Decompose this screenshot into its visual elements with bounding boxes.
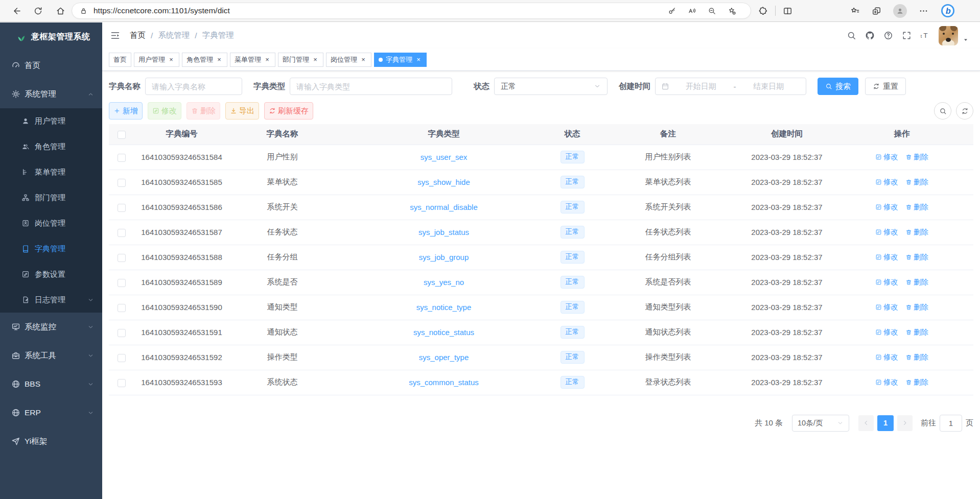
page-size-select[interactable]: 10条/页 [792,415,849,432]
sidebar-item-user[interactable]: 用户管理 [0,108,102,134]
edit-row-link[interactable]: 修改 [875,227,898,237]
delete-row-link[interactable]: 删除 [905,177,928,187]
reset-button[interactable]: 重置 [865,78,906,95]
back-icon[interactable] [12,6,22,16]
close-tab-icon[interactable]: × [312,56,319,63]
current-page-button[interactable]: 1 [877,415,894,431]
browser-profile-button[interactable] [893,4,907,18]
delete-row-link[interactable]: 删除 [905,352,928,362]
goto-page-input[interactable] [940,415,962,432]
delete-row-link[interactable]: 删除 [905,277,928,287]
row-checkbox[interactable] [118,179,126,187]
search-button[interactable]: 搜索 [818,78,858,95]
edit-row-link[interactable]: 修改 [875,177,898,187]
sidebar-item-menu[interactable]: 菜单管理 [0,159,102,185]
sidebar-item-role[interactable]: 角色管理 [0,134,102,159]
edit-row-link[interactable]: 修改 [875,327,898,337]
tab-部门管理[interactable]: 部门管理× [278,53,323,67]
tab-角色管理[interactable]: 角色管理× [182,53,227,67]
edit-row-link[interactable]: 修改 [875,152,898,162]
delete-row-link[interactable]: 删除 [905,302,928,312]
导出-button[interactable]: 导出 [225,102,259,120]
delete-row-link[interactable]: 删除 [905,227,928,237]
新增-button[interactable]: 新增 [109,102,143,120]
next-page-button[interactable] [897,415,913,431]
select-all-checkbox[interactable] [118,131,126,139]
read-aloud-icon[interactable] [688,7,696,15]
tab-菜单管理[interactable]: 菜单管理× [230,53,275,67]
zoom-out-icon[interactable] [708,7,716,15]
url-text[interactable]: https://ccnetcore.com:1101/system/dict [94,6,668,15]
more-menu-icon[interactable] [919,6,928,16]
sidebar-item-yi[interactable]: Yi框架 [0,427,102,456]
fullscreen-icon[interactable] [902,31,912,40]
user-avatar[interactable] [939,26,958,45]
status-select[interactable]: 正常 [494,78,608,95]
edit-row-link[interactable]: 修改 [875,277,898,287]
sidebar-item-monitor[interactable]: 系统监控 [0,313,102,341]
dict-type-link[interactable]: sys_show_hide [417,178,470,186]
delete-row-link[interactable]: 删除 [905,202,928,212]
address-bar[interactable]: https://ccnetcore.com:1101/system/dict [72,3,751,19]
font-size-icon[interactable]: tT [920,31,930,40]
close-tab-icon[interactable]: × [264,56,271,63]
dict-type-link[interactable]: sys_oper_type [419,353,469,362]
edit-row-link[interactable]: 修改 [875,377,898,387]
delete-row-link[interactable]: 删除 [905,252,928,262]
delete-row-link[interactable]: 删除 [905,377,928,387]
delete-row-link[interactable]: 删除 [905,152,928,162]
favorite-add-icon[interactable] [728,7,736,15]
dict-type-link[interactable]: sys_job_group [419,253,469,262]
edit-row-link[interactable]: 修改 [875,252,898,262]
row-checkbox[interactable] [118,304,126,312]
dict-type-link[interactable]: sys_notice_status [413,328,474,337]
hamburger-icon[interactable] [110,30,121,41]
row-checkbox[interactable] [118,229,126,237]
home-icon[interactable] [56,6,65,16]
close-tab-icon[interactable]: × [360,56,367,63]
help-icon[interactable] [883,31,893,40]
tab-首页[interactable]: 首页 [109,53,131,67]
close-tab-icon[interactable]: × [168,56,175,63]
sidebar-item-tool[interactable]: 系统工具 [0,341,102,370]
dict-type-link[interactable]: sys_user_sex [421,153,468,161]
刷新缓存-button[interactable]: 刷新缓存 [264,102,313,120]
row-checkbox[interactable] [118,279,126,287]
dict-type-input[interactable] [290,78,452,95]
dict-type-link[interactable]: sys_job_status [418,228,469,236]
sidebar-item-bbs[interactable]: BBS [0,370,102,398]
password-icon[interactable] [668,7,676,15]
favorites-icon[interactable] [850,6,860,16]
删除-button[interactable]: 删除 [186,102,220,120]
row-checkbox[interactable] [118,254,126,262]
dict-name-input[interactable] [145,78,242,95]
row-checkbox[interactable] [118,354,126,362]
refresh-icon[interactable] [33,6,43,16]
close-tab-icon[interactable]: × [415,56,422,63]
edit-row-link[interactable]: 修改 [875,302,898,312]
edit-row-link[interactable]: 修改 [875,202,898,212]
row-checkbox[interactable] [118,154,126,162]
sidebar-item-erp[interactable]: ERP [0,398,102,427]
caret-down-icon[interactable] [963,37,969,43]
lock-icon[interactable] [79,7,88,15]
prev-page-button[interactable] [858,415,874,431]
sidebar-item-system[interactable]: 系统管理 [0,80,102,108]
extensions-icon[interactable] [758,6,768,16]
breadcrumb-item[interactable]: 首页 [130,30,146,41]
date-range-picker[interactable]: 开始日期 - 结束日期 [655,78,806,95]
row-checkbox[interactable] [118,204,126,212]
toggle-search-button[interactable] [934,102,951,120]
dict-type-link[interactable]: sys_yes_no [424,278,464,287]
bing-copilot-icon[interactable]: b [940,3,955,18]
sidebar-item-dict[interactable]: 字典管理 [0,236,102,262]
tab-岗位管理[interactable]: 岗位管理× [326,53,371,67]
dict-type-link[interactable]: sys_common_status [409,378,479,387]
github-icon[interactable] [865,31,875,40]
修改-button[interactable]: 修改 [148,102,181,120]
sidebar-item-home[interactable]: 首页 [0,51,102,80]
tab-字典管理[interactable]: 字典管理× [374,53,427,67]
sidebar-item-dept[interactable]: 部门管理 [0,185,102,210]
row-checkbox[interactable] [118,329,126,337]
dict-type-link[interactable]: sys_notice_type [416,303,472,312]
